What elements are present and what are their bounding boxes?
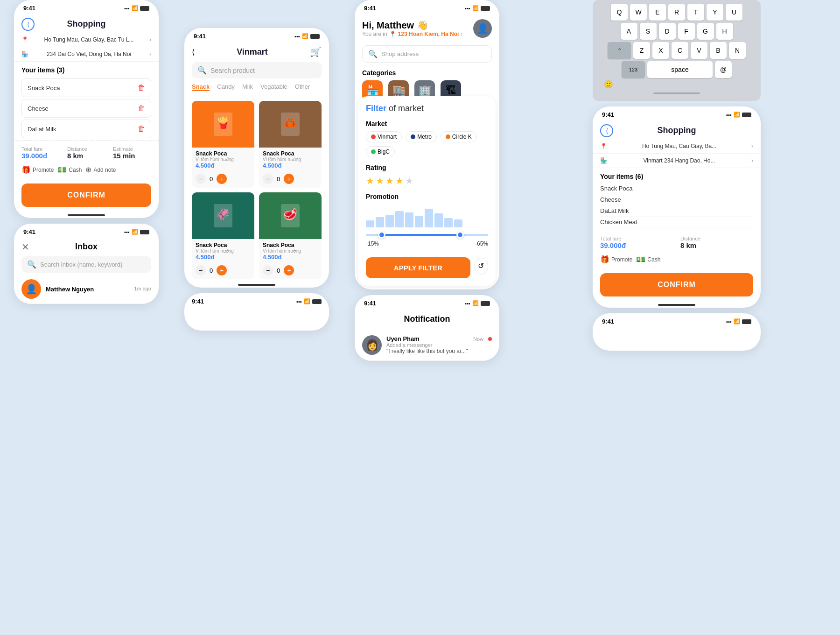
tab-other[interactable]: Other — [295, 83, 310, 91]
tab-milk[interactable]: Milk — [242, 83, 253, 91]
key-z[interactable]: Z — [633, 42, 650, 59]
promo-bar — [385, 215, 394, 228]
reset-filter-button[interactable]: ↺ — [474, 258, 488, 275]
key-v[interactable]: V — [691, 42, 707, 59]
key-h[interactable]: H — [716, 23, 733, 40]
key-123-right[interactable]: 123 — [622, 61, 645, 78]
confirm-button-wide[interactable]: CONFIRM — [600, 273, 753, 296]
key-shift[interactable]: ⇑ — [608, 42, 631, 59]
distance-value-wide: 8 km — [680, 241, 753, 249]
star-1[interactable]: ★ — [366, 175, 374, 186]
search-icon-inbox: 🔍 — [27, 260, 36, 269]
key-w[interactable]: W — [630, 4, 647, 21]
cash-icon-wide: 💵 — [636, 255, 645, 264]
key-at-right[interactable]: @ — [715, 61, 732, 78]
qty-minus-2[interactable]: − — [263, 174, 273, 184]
location-link[interactable]: 123 Hoan Kiem, Ha Noi — [398, 31, 459, 37]
address-text-wide-1: Ho Tung Mau, Cau Giay, Ba... — [642, 143, 716, 149]
tab-candy[interactable]: Candy — [217, 83, 235, 91]
qty-plus-2[interactable]: + — [284, 174, 294, 184]
key-x[interactable]: X — [652, 42, 669, 59]
key-s[interactable]: S — [640, 23, 657, 40]
range-slider[interactable] — [366, 231, 488, 239]
apply-filter-button[interactable]: APPLY FILTER — [366, 257, 470, 278]
promo-bar — [366, 220, 374, 227]
key-b[interactable]: B — [710, 42, 727, 59]
key-n[interactable]: N — [729, 42, 746, 59]
qty-plus-1[interactable]: + — [217, 174, 227, 184]
home-content: Hi, Matthew 👋 You are in 📍 123 Hoan Kiem… — [362, 20, 462, 37]
key-r[interactable]: R — [668, 4, 685, 21]
qty-minus-3[interactable]: − — [196, 265, 206, 275]
shop-search-box[interactable]: 🔍 Shop address — [362, 45, 492, 63]
star-4[interactable]: ★ — [395, 175, 404, 186]
market-chip-bigc[interactable]: BigC — [366, 146, 395, 157]
key-f[interactable]: F — [678, 23, 695, 40]
key-space-right[interactable]: space — [647, 61, 713, 78]
market-chip-vinmart[interactable]: Vinmart — [366, 131, 402, 142]
key-e[interactable]: E — [649, 4, 666, 21]
back-button-vinmart[interactable]: ⟨ — [192, 48, 195, 56]
slider-thumb-left[interactable] — [378, 231, 385, 239]
key-t[interactable]: T — [687, 4, 704, 21]
search-box-vinmart[interactable]: 🔍 Search product — [192, 62, 322, 78]
star-2[interactable]: ★ — [376, 175, 384, 186]
inbox-search-placeholder: Search inbox (name, keyword) — [40, 261, 122, 268]
key-c[interactable]: C — [672, 42, 688, 59]
note-button-1[interactable]: ⊕ Add note — [85, 165, 116, 174]
inbox-title: Inbox — [75, 242, 98, 252]
cash-button-wide[interactable]: 💵 Cash — [636, 255, 660, 264]
delete-icon-3[interactable]: 🗑 — [138, 125, 145, 133]
promote-button-wide[interactable]: 🎁 Promote — [600, 255, 632, 264]
item-row-3: DaLat Milk 🗑 — [21, 120, 151, 138]
vinmart-label: Vinmart — [378, 134, 397, 140]
items-header-1: Your items (3) — [14, 62, 159, 77]
inbox-search-box[interactable]: 🔍 Search inbox (name, keyword) — [21, 256, 151, 273]
qty-plus-3[interactable]: + — [217, 265, 227, 275]
slider-thumb-right[interactable] — [456, 231, 464, 239]
circlek-dot — [446, 134, 450, 139]
key-y[interactable]: Y — [707, 4, 723, 21]
star-5[interactable]: ★ — [405, 175, 413, 186]
inbox-content-1: Matthew Nguyen 1m ago — [46, 286, 151, 293]
qty-minus-4[interactable]: − — [263, 265, 273, 275]
vinmart-header: ⟨ Vinmart 🛒 — [184, 42, 329, 62]
confirm-button-1[interactable]: CONFIRM — [21, 183, 151, 207]
status-icons-inbox: ▪▪▪ 📶 — [124, 229, 149, 235]
key-q[interactable]: Q — [611, 4, 628, 21]
status-bar-home: 9:41 ▪▪▪ 📶 — [355, 0, 499, 14]
qty-minus-1[interactable]: − — [196, 174, 206, 184]
cash-button-1[interactable]: 💵 Cash — [57, 165, 82, 174]
address-row-wide-1[interactable]: 📍 Ho Tung Mau, Cau Giay, Ba... › — [593, 139, 761, 154]
notif-avatar-1: 👩 — [362, 335, 382, 355]
wide-item-3: DaLat Milk — [600, 205, 753, 217]
back-button-1[interactable]: ⟨ — [21, 18, 35, 31]
delete-icon-2[interactable]: 🗑 — [138, 104, 145, 113]
tab-vegatable[interactable]: Vegatable — [260, 83, 287, 91]
delete-icon-1[interactable]: 🗑 — [138, 84, 145, 92]
tab-snack[interactable]: Snack — [192, 83, 210, 91]
filter-market-label: Market — [366, 120, 488, 127]
address-row-wide-2[interactable]: 🏪 Vinmart 234 Hang Dao, Ho... › — [593, 154, 761, 168]
home-indicator-wide — [658, 304, 695, 306]
back-button-wide[interactable]: ⟨ — [600, 124, 613, 137]
key-d[interactable]: D — [659, 23, 676, 40]
address-row-2[interactable]: 🏪 234 Dai Co Viet, Dong Da, Ha Noi › — [14, 47, 159, 62]
qty-plus-4[interactable]: + — [284, 265, 294, 275]
inbox-item-1[interactable]: 👤 Matthew Nguyen 1m ago — [14, 275, 159, 304]
key-u[interactable]: U — [726, 4, 742, 21]
emoji-key-right[interactable]: 🙂 — [602, 80, 615, 89]
promote-button-1[interactable]: 🎁 Promote — [21, 165, 54, 174]
battery-icon-notif — [481, 301, 490, 306]
address-row-1[interactable]: 📍 Ho Tung Mau, Cau Giay, Bac Tu L... › — [14, 33, 159, 47]
cart-icon-vinmart[interactable]: 🛒 — [310, 46, 322, 57]
market-chip-metro[interactable]: Metro — [406, 131, 437, 142]
key-g[interactable]: G — [697, 23, 714, 40]
close-button-inbox[interactable]: ✕ — [21, 241, 29, 253]
notif-item-1[interactable]: 👩 Uyen Pham Now Added a messenger "I rea… — [355, 330, 499, 361]
key-a[interactable]: A — [621, 23, 637, 40]
star-3[interactable]: ★ — [385, 175, 394, 186]
status-bar-vinmart: 9:41 ▪▪▪ 📶 — [184, 28, 329, 42]
fare-row-wide: Total fare 39.000đ Distance 8 km — [593, 230, 761, 255]
market-chip-circlek[interactable]: Circle K — [441, 131, 477, 142]
